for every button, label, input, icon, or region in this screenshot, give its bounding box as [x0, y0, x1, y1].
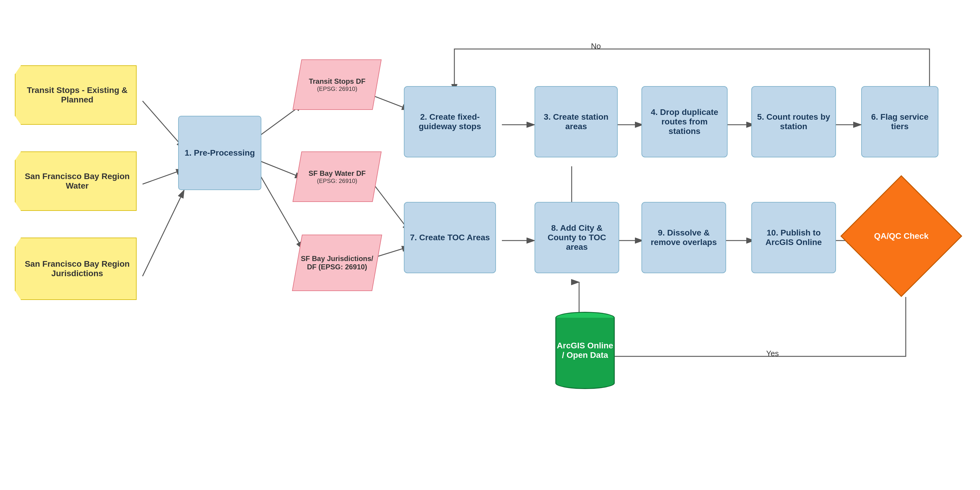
- water-df-parallelogram: SF Bay Water DF (EPSG: 26910): [293, 151, 382, 202]
- cylinder-body: ArcGIS Online / Open Data: [555, 318, 615, 383]
- qaqc-label: QA/QC Check: [858, 193, 944, 279]
- svg-line-4: [258, 161, 303, 178]
- diagram-container: Transit Stops - Existing & Planned San F…: [0, 0, 980, 490]
- svg-line-1: [143, 169, 184, 184]
- step9-box: 9. Dissolve & remove overlaps: [641, 202, 726, 273]
- qaqc-diamond: QA/QC Check: [858, 193, 944, 279]
- jurisdictions-df-parallelogram: SF Bay Jurisdictions/ DF (EPSG: 26910): [292, 235, 382, 291]
- step7-box: 7. Create TOC Areas: [404, 202, 496, 273]
- svg-line-2: [143, 190, 184, 276]
- transit-stops-input: Transit Stops - Existing & Planned: [15, 65, 137, 125]
- no-label: No: [591, 41, 601, 51]
- step5-box: 5. Count routes by station: [751, 86, 836, 158]
- cylinder-shape: ArcGIS Online / Open Data: [555, 312, 615, 389]
- step3-box: 3. Create station areas: [535, 86, 618, 158]
- database-cylinder: ArcGIS Online / Open Data: [555, 312, 615, 389]
- sf-jurisdictions-input: San Francisco Bay Region Jurisdictions: [15, 237, 137, 300]
- transit-df-parallelogram: Transit Stops DF (EPSG: 26910): [293, 59, 382, 110]
- sf-bay-water-input: San Francisco Bay Region Water: [15, 151, 137, 211]
- step4-box: 4. Drop duplicate routes from stations: [641, 86, 727, 158]
- svg-line-0: [143, 101, 184, 148]
- step6-box: 6. Flag service tiers: [861, 86, 939, 158]
- step8-box: 8. Add City & County to TOC areas: [535, 202, 619, 273]
- step2-box: 2. Create fixed-guideway stops: [404, 86, 496, 158]
- step10-box: 10. Publish to ArcGIS Online: [751, 202, 836, 273]
- preprocessing-box: 1. Pre-Processing: [178, 116, 261, 190]
- yes-label: Yes: [766, 349, 779, 358]
